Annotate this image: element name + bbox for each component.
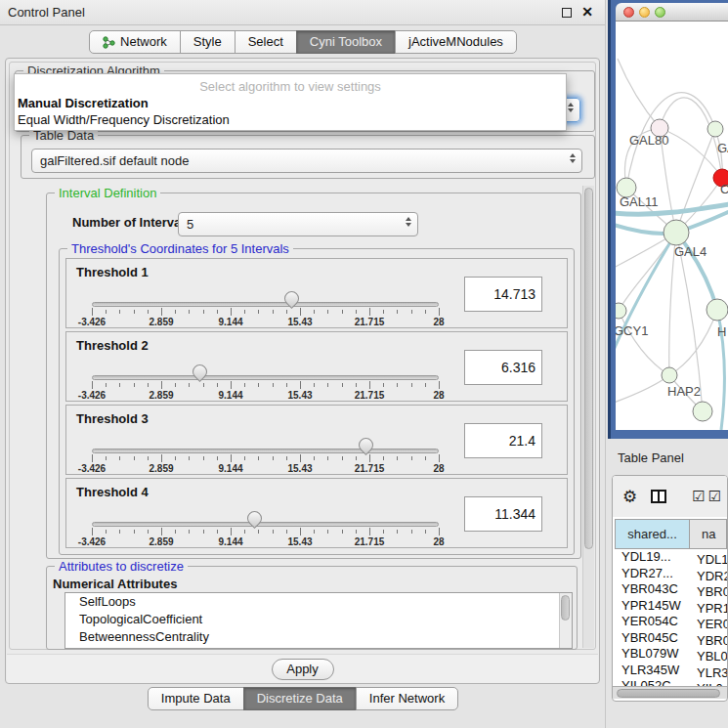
tab-cyni-toolbox[interactable]: Cyni Toolbox [296,30,396,54]
tab-infer-network[interactable]: Infer Network [356,687,458,710]
tick-mark [231,454,232,462]
tab-discretize-data[interactable]: Discretize Data [243,687,357,710]
column-header-name[interactable]: na [689,519,727,549]
threshold-value-field[interactable]: 11.344 [464,496,542,532]
table-row[interactable]: YIL052CYIL0 [615,678,727,686]
tab-jactivemnodules[interactable]: jActiveMNodules [395,30,517,54]
attribute-list-item[interactable]: TopologicalCoefficient [65,611,572,628]
tab-network[interactable]: Network [89,30,181,54]
tick-mark [439,454,440,462]
table-data-combobox[interactable]: galFiltered.sif default node [31,149,582,173]
checkbox-icon[interactable]: ☑ [692,488,705,505]
cell-shared-name: YER054C [615,614,687,628]
table-horizontal-scrollbar[interactable] [613,686,727,699]
cyni-toolbox-panel: Discretization Algorithm Select algorith… [5,58,600,684]
tick-mark [356,383,357,387]
threshold-value-field[interactable]: 6.316 [464,350,542,385]
table-row[interactable]: YER054CYER0 [615,614,727,630]
attribute-list-item[interactable]: BetweennessCentrality [65,628,572,646]
tick-mark [134,310,135,314]
table-row[interactable]: YBL079WYBL0 [615,646,727,663]
table-row[interactable]: YPR145WYPR1 [615,598,727,615]
network-graph: GAL80GACGAL11GAL4GCY1HHAP2 [616,21,728,430]
slider-track[interactable] [92,375,439,380]
tab-select[interactable]: Select [235,30,297,54]
thresholds-coordinates-group: Threshold's Coordinates for 5 Intervals … [59,248,575,555]
zoom-traffic-light-icon[interactable] [655,7,665,18]
attributes-list-scrollbar-thumb[interactable] [561,595,570,621]
tick-mark [273,310,274,314]
minimize-traffic-light-icon[interactable] [639,7,650,18]
tick-mark [327,310,328,314]
slider-track[interactable] [92,302,439,307]
network-node[interactable] [693,402,712,421]
attribute-list-item[interactable]: SelfLoops [65,593,572,611]
table-horizontal-scrollbar-thumb[interactable] [617,689,720,698]
table-row[interactable]: YBR043CYBR0 [615,581,727,598]
tick-mark [425,456,426,460]
network-node-h[interactable] [707,299,728,321]
tick-mark [300,528,301,535]
network-node-ga[interactable] [707,121,723,137]
gear-icon[interactable]: ⚙ [622,487,637,507]
tab-impute-data[interactable]: Impute Data [148,687,244,710]
network-node-label: HAP2 [667,384,701,399]
cell-shared-name: YIL052C [615,678,687,686]
stepper-arrows-icon [568,103,574,112]
split-columns-icon[interactable] [651,490,666,503]
column-header-shared-name[interactable]: shared... [615,519,690,549]
network-node-hap2[interactable] [662,367,677,383]
tick-mark [258,530,259,534]
network-edge [618,59,660,128]
scale-tick-label: -3.426 [68,317,115,327]
table-row[interactable]: YBR045CYBR0 [615,630,727,647]
panel-scrollbar[interactable] [582,186,594,648]
tick-mark [425,530,426,534]
threshold-label: Threshold 2 [76,338,149,353]
popup-option-manual-discretization[interactable]: Manual Discretization [18,96,149,110]
tick-mark [383,530,384,534]
table-row[interactable]: YLR345WYLR3 [615,663,727,679]
apply-button[interactable]: Apply [272,659,334,680]
stepper-arrows-icon [570,153,576,163]
tick-mark [300,381,301,389]
tick-mark [411,383,412,387]
slider-track[interactable] [92,449,439,453]
table-row[interactable]: YDR27...YDR2 [615,566,727,582]
table-row[interactable]: YDL19...YDL1 [615,549,727,566]
tick-mark [231,381,232,389]
control-panel: Control Panel ✕ NetworkStyleSelectCyni T… [0,0,606,728]
float-window-icon[interactable] [562,8,572,18]
tick-mark [175,310,176,314]
network-node-gcy1[interactable] [616,303,626,319]
threshold-value-field[interactable]: 14.713 [464,277,542,312]
number-of-intervals-combobox[interactable]: 5 [178,212,418,236]
tick-mark [273,530,274,534]
tick-mark [439,308,440,316]
popup-option-equal-width-frequency[interactable]: Equal Width/Frequency Discretization [18,112,230,127]
network-view-window: GAL80GACGAL11GAL4GCY1HHAP2 [608,0,728,439]
tab-label: jActiveMNodules [408,31,503,53]
numerical-attributes-list[interactable]: SelfLoopsTopologicalCoefficientBetweenne… [64,592,573,649]
tick-mark [244,383,245,387]
slider-track[interactable] [92,522,439,527]
tick-mark [258,383,259,387]
checkbox-icon[interactable]: ☑ [708,488,721,505]
threshold-value-field[interactable]: 21.4 [464,423,542,458]
network-canvas[interactable]: GAL80GACGAL11GAL4GCY1HHAP2 [616,21,728,430]
threshold-label: Threshold 1 [76,265,149,279]
panel-scrollbar-thumb[interactable] [584,188,593,549]
tick-mark [189,310,190,314]
attributes-list-scrollbar[interactable] [559,593,572,648]
tick-mark [383,456,384,460]
scale-tick-label: 28 [415,463,462,474]
tab-style[interactable]: Style [180,30,236,54]
close-traffic-light-icon[interactable] [623,7,634,18]
network-node-gal4[interactable] [664,220,689,245]
close-icon[interactable]: ✕ [581,4,593,20]
tick-mark [92,454,93,462]
tick-mark [300,454,301,462]
scale-tick-label: 9.144 [207,317,254,327]
scale-tick-label: 28 [415,317,462,327]
table-panel-title: Table Panel [618,446,684,471]
